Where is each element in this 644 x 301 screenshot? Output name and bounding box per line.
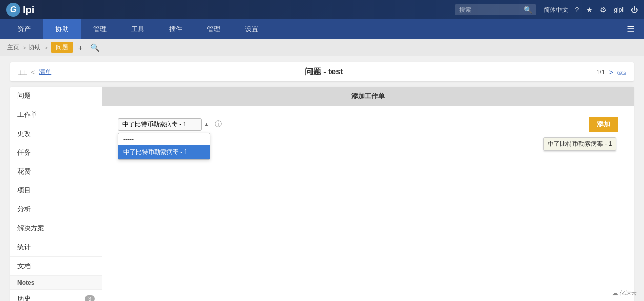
- prev-page-btn[interactable]: <: [31, 68, 35, 76]
- dropdown-list: ----- 中了比特币勒索病毒 - 1: [118, 133, 210, 160]
- pagination-left: ⟂⟂ < 清单: [18, 68, 51, 76]
- sidebar-item-history[interactable]: 历史 3: [10, 290, 102, 301]
- user-name[interactable]: glpi: [614, 6, 624, 13]
- breadcrumb-sep1: >: [23, 45, 26, 51]
- breadcrumb: 主页 > 协助 > 问题 + 🔍: [0, 39, 644, 56]
- tooltip-box: 中了比特币勒索病毒 - 1: [543, 137, 616, 151]
- breadcrumb-home[interactable]: 主页: [7, 43, 19, 52]
- last-page-btn[interactable]: ⟃⟃: [617, 68, 626, 76]
- add-workorder-header: 添加工作单: [102, 87, 634, 106]
- form-area: ----- 中了比特币勒索病毒 - 1 ▲ ----- 中了比特币勒索病毒 - …: [102, 106, 634, 159]
- nav-tools[interactable]: 工具: [119, 19, 157, 39]
- first-page-btn[interactable]: ⟂⟂: [18, 68, 27, 76]
- page-title-text: 问题 - test: [305, 67, 343, 76]
- next-page-btn[interactable]: >: [609, 68, 613, 76]
- nav-settings[interactable]: 设置: [233, 19, 271, 39]
- logo-text: lpi: [23, 4, 34, 16]
- navbar: 资产 协助 管理 工具 插件 管理 设置 ☰: [0, 19, 644, 39]
- workorder-select-container: ----- 中了比特币勒索病毒 - 1 ▲ ----- 中了比特币勒索病毒 - …: [118, 118, 210, 131]
- topbar: G lpi 🔍 简体中文 ? ★ ⚙ glpi ⏻: [0, 0, 644, 19]
- sidebar-item-project[interactable]: 项目: [10, 181, 102, 200]
- sidebar-item-solution[interactable]: 解决方案: [10, 219, 102, 238]
- search-icon[interactable]: 🔍: [524, 6, 532, 14]
- pagination-right: 1/1 > ⟃⟃: [596, 68, 626, 76]
- sidebar-item-workorder[interactable]: 工作单: [10, 105, 102, 124]
- breadcrumb-current: 问题: [51, 42, 73, 53]
- page-info: 1/1: [596, 69, 605, 76]
- nav-plugins[interactable]: 插件: [157, 19, 195, 39]
- dropdown-option-1[interactable]: 中了比特币勒索病毒 - 1: [118, 145, 210, 159]
- language-selector[interactable]: 简体中文: [544, 6, 568, 14]
- back-to-list-link[interactable]: 清单: [39, 68, 51, 76]
- main-content: ⟂⟂ < 清单 问题 - test 1/1 > ⟃⟃ 问题 工作单 更改: [0, 56, 644, 301]
- topbar-right: 🔍 简体中文 ? ★ ⚙ glpi ⏻: [455, 4, 638, 15]
- brand-icon: ☁: [612, 289, 618, 297]
- sidebar-item-change[interactable]: 更改: [10, 124, 102, 143]
- pagination-row: ⟂⟂ < 清单 问题 - test 1/1 > ⟃⟃: [10, 62, 634, 81]
- add-button[interactable]: +: [76, 43, 85, 52]
- sidebar: 问题 工作单 更改 任务 花费 项目 分析 解决方案: [10, 87, 102, 301]
- right-panel: 添加工作单 ----- 中了比特币勒索病毒 - 1 ▲: [102, 87, 634, 301]
- search-box[interactable]: 🔍: [455, 4, 536, 15]
- breadcrumb-sep2: >: [44, 45, 47, 51]
- nav-assets[interactable]: 资产: [5, 19, 43, 39]
- info-icon[interactable]: ⓘ: [215, 120, 222, 129]
- top-form-row: ----- 中了比特币勒索病毒 - 1 ▲ ----- 中了比特币勒索病毒 - …: [118, 117, 618, 132]
- breadcrumb-assist[interactable]: 协助: [29, 43, 41, 52]
- content-area: 问题 工作单 更改 任务 花费 项目 分析 解决方案: [10, 87, 634, 301]
- sidebar-item-docs[interactable]: 文档: [10, 257, 102, 276]
- page-title: 问题 - test: [305, 67, 343, 77]
- dropdown-option-empty[interactable]: -----: [118, 133, 210, 145]
- logo-icon: G: [6, 3, 20, 17]
- sidebar-item-cost[interactable]: 花费: [10, 162, 102, 181]
- help-icon[interactable]: ?: [575, 6, 579, 14]
- brand-text: 亿速云: [620, 289, 637, 297]
- sidebar-item-analysis[interactable]: 分析: [10, 200, 102, 219]
- nav-manage2[interactable]: 管理: [195, 19, 233, 39]
- nav-assist[interactable]: 协助: [43, 19, 81, 39]
- settings-icon[interactable]: ⚙: [600, 6, 607, 14]
- sidebar-item-task[interactable]: 任务: [10, 143, 102, 162]
- workorder-select[interactable]: ----- 中了比特币勒索病毒 - 1: [118, 118, 202, 131]
- select-sort-icon: ▲: [204, 121, 210, 127]
- logo: G lpi: [6, 3, 34, 17]
- sidebar-item-statistics[interactable]: 统计: [10, 238, 102, 257]
- sidebar-item-problem[interactable]: 问题: [10, 87, 102, 105]
- add-workorder-button[interactable]: 添加: [589, 117, 618, 132]
- search-breadcrumb-icon[interactable]: 🔍: [88, 43, 102, 52]
- history-badge: 3: [85, 295, 95, 301]
- power-icon[interactable]: ⏻: [631, 6, 638, 14]
- search-input[interactable]: [459, 6, 521, 13]
- sidebar-section-notes: Notes: [10, 276, 102, 290]
- footer-brand: ☁ 亿速云: [612, 289, 637, 297]
- bookmark-icon[interactable]: ★: [586, 6, 593, 14]
- hamburger-icon[interactable]: ☰: [622, 24, 639, 35]
- nav-manage1[interactable]: 管理: [81, 19, 119, 39]
